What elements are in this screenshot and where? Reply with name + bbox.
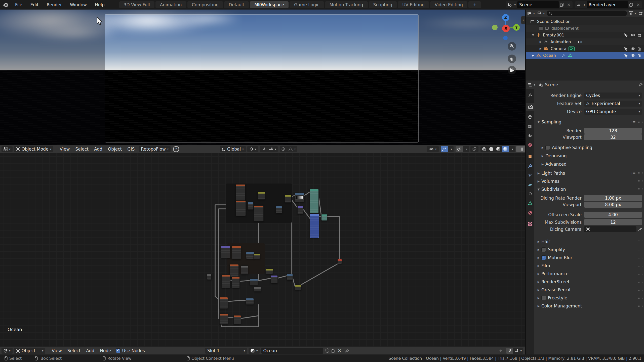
shader-node[interactable]: [219, 297, 228, 309]
outliner[interactable]: ▾ ▾ ▾ Scene Collection displacement: [526, 10, 644, 80]
panel-freestyle[interactable]: ▶ Freestyle: [534, 295, 644, 301]
workspace-tab-mkworkspace[interactable]: MKWorkspace: [250, 1, 289, 8]
xray-toggle[interactable]: [470, 146, 478, 152]
viewport-menu-select[interactable]: Select: [73, 147, 91, 152]
shader-node[interactable]: [236, 200, 246, 216]
drag-handle-icon[interactable]: [638, 297, 642, 299]
outliner-row-empty[interactable]: ▼ Empty.001: [526, 32, 644, 38]
tab-modifiers[interactable]: [526, 162, 534, 170]
shader-node[interactable]: [254, 205, 264, 221]
axis-x-ball[interactable]: X: [502, 25, 510, 32]
camera-frame[interactable]: [105, 14, 419, 143]
orientation-selector[interactable]: Global▾: [220, 146, 246, 152]
selectable-pointer-icon[interactable]: [624, 33, 628, 37]
sampling-render-field[interactable]: 128: [584, 128, 642, 134]
shader-node[interactable]: [285, 195, 291, 203]
render-layer-name-field[interactable]: RenderLayer: [587, 1, 628, 8]
properties-editor[interactable]: ▾ Scene: [526, 80, 644, 355]
shader-node[interactable]: [221, 275, 230, 288]
shader-node[interactable]: [287, 274, 293, 280]
displacement-checkbox[interactable]: [539, 26, 543, 30]
tab-material[interactable]: [526, 209, 534, 216]
workspace-tab-scripting[interactable]: Scripting: [369, 1, 397, 8]
shader-node[interactable]: [265, 268, 273, 274]
viewport-menu-add[interactable]: Add: [91, 147, 105, 152]
shader-node[interactable]: [297, 206, 303, 214]
drag-handle-icon[interactable]: [638, 172, 642, 174]
tab-texture[interactable]: [526, 220, 534, 228]
dicing-rate-render-field[interactable]: 1.00 px: [584, 195, 642, 201]
properties-editor-icon[interactable]: [528, 83, 532, 87]
shader-node[interactable]: [295, 285, 301, 290]
zoom-button[interactable]: [508, 42, 516, 51]
help-icon[interactable]: ?: [173, 146, 179, 152]
device-dropdown[interactable]: GPU Compute▾: [584, 109, 642, 115]
panel-renderstreet[interactable]: ▶RenderStreet: [534, 279, 644, 285]
node-menu-select[interactable]: Select: [65, 348, 83, 353]
menu-help[interactable]: Help: [91, 2, 109, 7]
pause-render-button[interactable]: [516, 146, 525, 152]
shader-node[interactable]: [271, 275, 278, 283]
panel-film[interactable]: ▶Film: [534, 262, 644, 269]
show-gizmo-toggle[interactable]: [441, 146, 448, 152]
outliner-search-input[interactable]: [547, 11, 627, 16]
3d-viewport[interactable]: Z X Y ‹ ▾ Object Mode▾: [0, 10, 525, 153]
pivot-point-selector[interactable]: ▾: [247, 146, 258, 152]
unlink-material-icon[interactable]: ✕: [336, 348, 343, 353]
viewport-menu-gis[interactable]: GIS: [125, 147, 137, 152]
use-nodes-checkbox[interactable]: [116, 348, 120, 353]
drag-handle-icon[interactable]: [638, 180, 642, 183]
outliner-row-camera[interactable]: ▶ Camera: [526, 45, 644, 52]
disable-render-camera-icon[interactable]: [638, 47, 642, 51]
drag-handle-icon[interactable]: [638, 240, 642, 243]
dicing-camera-field[interactable]: [584, 226, 636, 232]
shading-rendered-button[interactable]: [502, 146, 509, 152]
node-menu-add[interactable]: Add: [83, 348, 97, 353]
remove-layer-icon[interactable]: ✕: [634, 2, 642, 7]
selectable-pointer-icon[interactable]: [624, 54, 628, 58]
shader-node[interactable]: [241, 265, 248, 275]
axis-y-ball[interactable]: Y: [513, 24, 520, 31]
panel-grease-pencil[interactable]: ▶Grease Pencil: [534, 287, 644, 293]
shader-node[interactable]: [276, 206, 282, 213]
axis-z-ball[interactable]: Z: [502, 14, 509, 21]
drag-handle-icon[interactable]: [638, 188, 642, 191]
shader-node[interactable]: [337, 259, 342, 264]
outliner-row-scene-collection[interactable]: Scene Collection: [526, 18, 644, 25]
node-graph[interactable]: [0, 153, 525, 347]
panel-volumes[interactable]: ▶Volumes: [534, 178, 644, 185]
tab-physics[interactable]: [526, 181, 534, 189]
shader-node[interactable]: [248, 202, 254, 210]
disclosure-icon[interactable]: ▶: [539, 40, 542, 43]
navigation-gizmo[interactable]: Z X Y: [493, 12, 523, 77]
shader-node[interactable]: [219, 313, 228, 325]
shader-node[interactable]: [321, 214, 327, 221]
camera-data-icon[interactable]: [569, 47, 575, 51]
shader-node[interactable]: [221, 246, 230, 258]
shader-node[interactable]: [258, 192, 265, 200]
tab-view-layer[interactable]: [526, 123, 534, 130]
viewport-menu-view[interactable]: View: [57, 147, 72, 152]
preset-list-icon[interactable]: ⁞≡: [631, 171, 636, 175]
slot-selector[interactable]: Slot 1▾: [205, 348, 247, 354]
proportional-edit-toggle[interactable]: [280, 146, 287, 152]
editor-type-button[interactable]: ▾: [2, 146, 13, 152]
pan-hand-button[interactable]: [508, 55, 516, 63]
panel-simplify[interactable]: ▶ Simplify: [534, 246, 644, 253]
node-snap-toggle[interactable]: [506, 348, 513, 354]
view-layer-selector[interactable]: ▾ RenderLayer ✕: [575, 1, 642, 8]
node-menu-node[interactable]: Node: [97, 348, 114, 353]
material-name-field[interactable]: Ocean: [261, 348, 323, 354]
shader-node[interactable]: [295, 193, 304, 202]
panel-light-paths[interactable]: ▶Light Paths ⁞≡: [534, 170, 644, 176]
eyedropper-icon[interactable]: [638, 227, 642, 231]
tab-particles[interactable]: [526, 172, 534, 179]
drag-handle-icon[interactable]: [638, 121, 642, 123]
shader-node[interactable]: [246, 298, 254, 305]
show-overlays-toggle[interactable]: [456, 146, 463, 152]
shader-node[interactable]: [230, 264, 239, 277]
outliner-row-animation[interactable]: ▶ Animation ◆◇: [526, 38, 644, 45]
outliner-row-ocean[interactable]: ▶ Ocean: [526, 52, 644, 59]
node-menu-view[interactable]: View: [49, 348, 64, 353]
menu-render[interactable]: Render: [43, 2, 66, 7]
